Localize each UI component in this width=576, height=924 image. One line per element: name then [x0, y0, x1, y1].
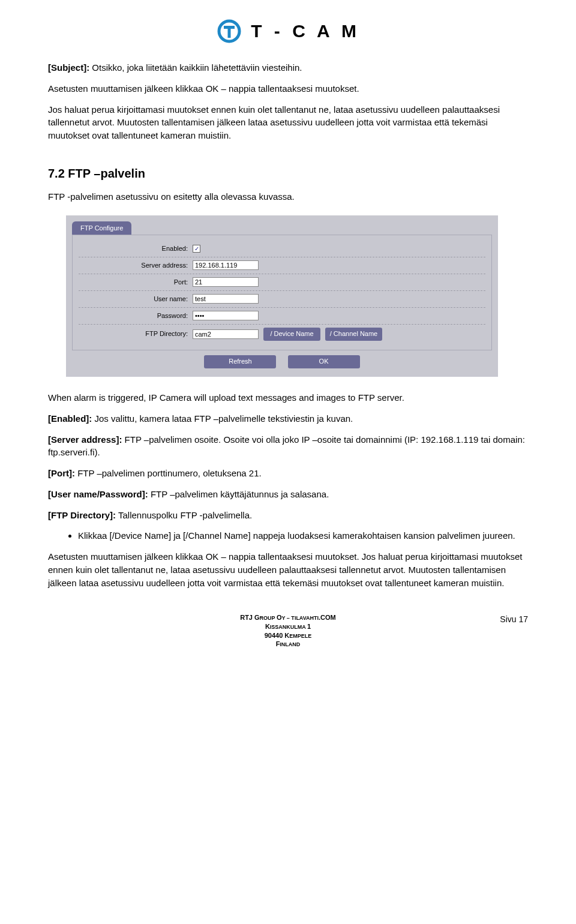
server-address-label: Server address:: [79, 261, 193, 271]
ftp-row-username: User name:: [79, 291, 485, 308]
refresh-button[interactable]: Refresh: [204, 355, 276, 368]
logo-text: T - C A M: [251, 18, 360, 44]
port-label-doc: [Port]:: [48, 468, 75, 478]
ftp-dir-text: Tallennuspolku FTP -palvelimella.: [116, 510, 252, 520]
password-input[interactable]: [193, 311, 259, 320]
section-heading-ftp: 7.2 FTP –palvelin: [48, 165, 528, 182]
bullet-device-channel: Klikkaa [/Device Name] ja [/Channel Name…: [78, 529, 528, 542]
channel-name-button[interactable]: / Channel Name: [325, 328, 382, 341]
svg-rect-2: [228, 26, 231, 38]
ftp-configure-panel: FTP Configure Enabled: ✓ Server address:…: [66, 215, 498, 377]
ftp-directory-input[interactable]: [193, 329, 259, 339]
username-label: User name:: [79, 295, 193, 304]
footer-line-1: RTJ GROUP OY – TILAVAHTI.COM: [48, 613, 528, 622]
ftp-row-directory: FTP Directory: / Device Name / Channel N…: [79, 325, 485, 344]
t-logo-icon: [216, 18, 242, 44]
paragraph-enabled: [Enabled]: Jos valittu, kamera lataa FTP…: [48, 412, 528, 425]
paragraph-server-address: [Server address]: FTP –palvelimen osoite…: [48, 433, 528, 460]
paragraph-ftp-dir: [FTP Directory]: Tallennuspolku FTP -pal…: [48, 509, 528, 522]
footer-line-3: 90440 KEMPELE: [48, 631, 528, 640]
paragraph-alarm-upload: When alarm is triggered, IP Camera will …: [48, 391, 528, 404]
enabled-text: Jos valittu, kamera lataa FTP –palvelime…: [92, 413, 353, 424]
subject-text: Otsikko, joka liitetään kaikkiin lähetet…: [89, 62, 302, 73]
paragraph-reload-info: Jos haluat perua kirjoittamasi muutokset…: [48, 103, 528, 142]
ftp-row-enabled: Enabled: ✓: [79, 241, 485, 257]
ftp-row-port: Port:: [79, 274, 485, 291]
header-logo: T - C A M: [48, 18, 528, 44]
footer-line-4: FINLAND: [48, 640, 528, 649]
ftp-dir-label-doc: [FTP Directory]:: [48, 510, 116, 520]
page-number: Sivu 17: [500, 613, 528, 625]
ftp-directory-label: FTP Directory:: [79, 329, 193, 339]
port-input[interactable]: [193, 277, 259, 287]
password-label: Password:: [79, 311, 193, 321]
server-address-label-doc: [Server address]:: [48, 434, 122, 445]
port-label: Port:: [79, 278, 193, 287]
device-name-button[interactable]: / Device Name: [263, 328, 320, 341]
ftp-row-server: Server address:: [79, 257, 485, 274]
enabled-checkbox[interactable]: ✓: [193, 245, 200, 253]
user-pass-text: FTP –palvelimen käyttäjätunnus ja salasa…: [148, 489, 329, 499]
bullet-list: Klikkaa [/Device Name] ja [/Channel Name…: [78, 529, 528, 542]
enabled-label-doc: [Enabled]:: [48, 413, 92, 424]
footer-line-2: KISSANKULMA 1: [48, 622, 528, 631]
username-input[interactable]: [193, 294, 259, 304]
port-text: FTP –palvelimen porttinumero, oletuksena…: [75, 468, 262, 478]
enabled-label: Enabled:: [79, 244, 193, 254]
paragraph-ok-save: Asetusten muuttamisen jälkeen klikkaa OK…: [48, 82, 528, 95]
server-address-input[interactable]: [193, 260, 259, 270]
ok-button[interactable]: OK: [288, 355, 360, 368]
paragraph-ftp-intro: FTP -palvelimen asetussivu on esitetty a…: [48, 190, 528, 203]
page-footer: RTJ GROUP OY – TILAVAHTI.COM KISSANKULMA…: [48, 613, 528, 649]
ftp-form: Enabled: ✓ Server address: Port: User na…: [72, 235, 492, 350]
subject-label: [Subject]:: [48, 62, 89, 73]
paragraph-user-pass: [User name/Password]: FTP –palvelimen kä…: [48, 488, 528, 501]
paragraph-final: Asetusten muuttamisen jälkeen klikkaa OK…: [48, 550, 528, 589]
paragraph-port: [Port]: FTP –palvelimen porttinumero, ol…: [48, 467, 528, 480]
ftp-row-password: Password:: [79, 308, 485, 325]
subject-paragraph: [Subject]: Otsikko, joka liitetään kaikk…: [48, 61, 528, 74]
user-pass-label-doc: [User name/Password]:: [48, 489, 148, 499]
ftp-tab-header: FTP Configure: [72, 221, 131, 235]
ftp-bottom-buttons: Refresh OK: [66, 355, 498, 368]
